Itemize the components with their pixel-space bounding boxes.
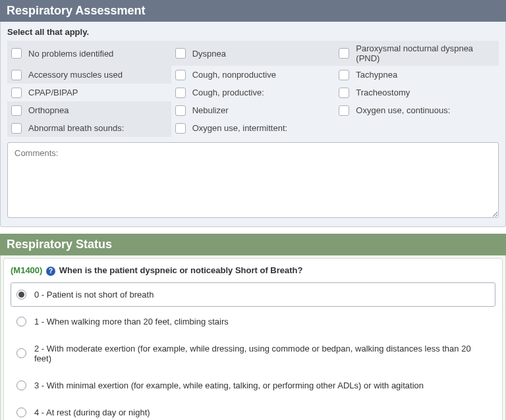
checkbox[interactable] [11, 48, 22, 59]
checkbox[interactable] [339, 88, 349, 98]
checkbox-label: Nebulizer [192, 105, 229, 115]
checkbox-item[interactable]: No problems identified [7, 41, 171, 66]
radio-button[interactable] [16, 290, 26, 300]
question-text: When is the patient dyspneic or noticeab… [59, 265, 303, 275]
checkbox-label: Abnormal breath sounds: [28, 123, 124, 133]
checkbox[interactable] [11, 105, 22, 116]
respiratory-status-panel: Respiratory Status (M1400) ? When is the… [0, 234, 506, 420]
assessment-body: Select all that apply. No problems ident… [0, 22, 506, 227]
checkbox-item[interactable]: Abnormal breath sounds: [7, 119, 171, 137]
checkbox[interactable] [339, 48, 349, 59]
checkbox-label: Cough, productive: [192, 88, 264, 97]
checkbox-label: CPAP/BIPAP [28, 88, 78, 97]
radio-button[interactable] [16, 381, 26, 390]
checkbox-label: Oxygen use, intermittent: [192, 123, 288, 133]
status-question-line: (M1400) ? When is the patient dyspneic o… [11, 265, 495, 276]
checkbox[interactable] [175, 105, 186, 116]
status-body: (M1400) ? When is the patient dyspneic o… [0, 255, 506, 420]
checkbox-item[interactable]: Tracheostomy [335, 84, 499, 101]
comments-textarea[interactable] [7, 142, 499, 218]
checkbox[interactable] [175, 88, 186, 98]
status-question-wrap: (M1400) ? When is the patient dyspneic o… [3, 258, 503, 420]
radio-label: 1 - When walking more than 20 feet, clim… [34, 317, 229, 327]
radio-label: 3 - With minimal exertion (for example, … [34, 381, 424, 390]
assessment-instruction: Select all that apply. [7, 27, 499, 37]
checkbox-label: Cough, nonproductive [192, 70, 276, 80]
radio-label: 0 - Patient is not short of breath [34, 290, 154, 300]
checkbox-item[interactable]: Tachypnea [335, 66, 499, 84]
checkbox-label: Oxygen use, continuous: [356, 105, 450, 115]
checkbox[interactable] [11, 123, 22, 134]
checkbox-item[interactable]: CPAP/BIPAP [7, 84, 171, 101]
checkbox[interactable] [339, 105, 349, 116]
checkbox-label: No problems identified [28, 49, 113, 59]
radio-option[interactable]: 3 - With minimal exertion (for example, … [11, 373, 495, 398]
radio-option[interactable]: 4 - At rest (during day or night) [11, 400, 495, 420]
checkbox-label: Dyspnea [192, 49, 226, 59]
checkbox-item[interactable]: Accessory muscles used [7, 66, 171, 84]
radio-button[interactable] [16, 407, 26, 417]
checkbox-label: Tachypnea [356, 70, 397, 80]
checkbox[interactable] [175, 123, 186, 134]
question-code: (M1400) [11, 265, 42, 275]
radio-option[interactable]: 2 - With moderate exertion (for example,… [11, 336, 495, 371]
respiratory-assessment-panel: Respiratory Assessment Select all that a… [0, 0, 506, 227]
checkbox-item[interactable]: Oxygen use, continuous: [335, 101, 499, 119]
checkbox[interactable] [11, 88, 22, 98]
radio-label: 2 - With moderate exertion (for example,… [34, 344, 490, 363]
checkbox-item[interactable]: Paroxysmal nocturnal dyspnea (PND) [335, 41, 499, 66]
radio-button[interactable] [16, 348, 26, 358]
checkbox-item[interactable]: Cough, nonproductive [171, 66, 335, 84]
assessment-checkbox-grid: No problems identifiedDyspneaParoxysmal … [7, 41, 499, 137]
checkbox-item[interactable]: Dyspnea [171, 41, 335, 66]
checkbox[interactable] [175, 70, 186, 80]
assessment-header: Respiratory Assessment [0, 0, 506, 22]
radio-button[interactable] [16, 317, 26, 327]
checkbox-label: Accessory muscles used [28, 70, 123, 80]
checkbox[interactable] [175, 48, 186, 59]
radio-option[interactable]: 1 - When walking more than 20 feet, clim… [11, 309, 495, 334]
help-icon[interactable]: ? [46, 267, 55, 276]
checkbox-item[interactable]: Orthopnea [7, 101, 171, 119]
radio-label: 4 - At rest (during day or night) [34, 407, 150, 417]
checkbox-item[interactable]: Cough, productive: [171, 84, 335, 101]
checkbox-label: Orthopnea [28, 105, 69, 115]
checkbox-label: Tracheostomy [356, 88, 410, 97]
checkbox-label: Paroxysmal nocturnal dyspnea (PND) [356, 43, 495, 63]
checkbox[interactable] [11, 70, 22, 80]
status-radio-list: 0 - Patient is not short of breath1 - Wh… [11, 282, 495, 420]
checkbox[interactable] [339, 70, 349, 80]
checkbox-item[interactable]: Nebulizer [171, 101, 335, 119]
radio-option[interactable]: 0 - Patient is not short of breath [11, 282, 495, 307]
status-header: Respiratory Status [0, 234, 506, 255]
checkbox-item[interactable]: Oxygen use, intermittent: [171, 119, 335, 137]
